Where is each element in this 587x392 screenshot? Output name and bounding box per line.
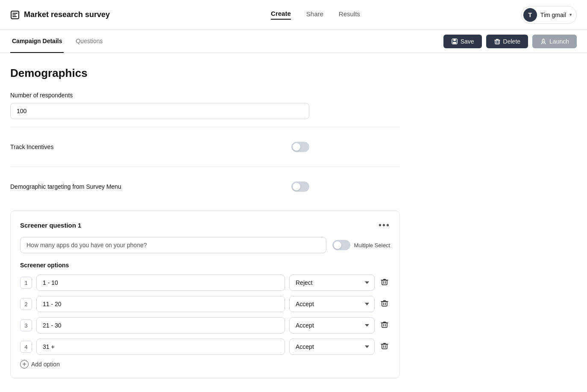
- svg-point-8: [543, 41, 544, 42]
- option-num-4: 4: [20, 341, 32, 353]
- more-options-icon[interactable]: •••: [379, 220, 390, 230]
- screener-options-title: Screener options: [20, 262, 390, 269]
- header: Market research survey Create Share Resu…: [0, 0, 587, 30]
- delete-option-1-button[interactable]: [379, 276, 390, 289]
- option-select-3[interactable]: Reject Accept Quota: [289, 317, 375, 333]
- nav-share[interactable]: Share: [306, 10, 323, 19]
- add-option-label: Add option: [31, 361, 60, 368]
- option-row-1: 1 Reject Accept Quota: [20, 275, 390, 291]
- screener-question-row: Multiple Select: [20, 237, 390, 253]
- multiple-select-thumb: [334, 241, 341, 249]
- user-menu[interactable]: T Tim gmail ▾: [521, 6, 577, 24]
- multiple-select-row: Multiple Select: [332, 240, 390, 250]
- track-incentives-row: Track Incentives: [10, 135, 309, 159]
- svg-rect-12: [382, 344, 387, 349]
- demographic-targeting-toggle[interactable]: [291, 181, 309, 192]
- demographic-targeting-thumb: [293, 183, 300, 190]
- section-title: Demographics: [10, 67, 400, 80]
- save-button[interactable]: Save: [443, 35, 482, 48]
- option-row-4: 4 Reject Accept Quota: [20, 339, 390, 355]
- sub-header: Campaign Details Questions Save Delete L…: [0, 30, 587, 53]
- screener-title: Screener question 1: [20, 222, 81, 229]
- save-icon: [451, 38, 458, 45]
- trash-icon-1: [381, 278, 388, 286]
- main-content: Demographics Number of respondents Track…: [0, 53, 410, 392]
- option-text-input-2[interactable]: [36, 296, 285, 312]
- launch-button[interactable]: Launch: [532, 35, 577, 48]
- option-num-3: 3: [20, 319, 32, 331]
- delete-option-2-button[interactable]: [379, 298, 390, 310]
- header-left: Market research survey: [10, 10, 110, 20]
- trash-icon: [494, 38, 501, 45]
- divider-2: [10, 167, 400, 167]
- svg-rect-10: [382, 301, 387, 306]
- tab-list: Campaign Details Questions: [10, 30, 115, 53]
- option-text-input-1[interactable]: [36, 275, 285, 291]
- demographic-targeting-label: Demographic targeting from Survey Menu: [10, 183, 121, 190]
- option-select-1[interactable]: Reject Accept Quota: [289, 275, 375, 291]
- track-incentives-thumb: [293, 143, 300, 151]
- svg-rect-7: [495, 40, 499, 44]
- option-text-input-3[interactable]: [36, 317, 285, 333]
- nav-results[interactable]: Results: [339, 10, 360, 19]
- respondents-input[interactable]: [10, 103, 309, 119]
- trash-icon-4: [381, 342, 388, 350]
- avatar: T: [523, 8, 537, 22]
- survey-icon: [10, 10, 20, 20]
- respondents-label: Number of respondents: [10, 92, 400, 99]
- screener-card: Screener question 1 ••• Multiple Select …: [10, 211, 400, 378]
- chevron-down-icon: ▾: [569, 12, 572, 18]
- option-text-input-4[interactable]: [36, 339, 285, 355]
- divider-1: [10, 127, 400, 127]
- option-select-4[interactable]: Reject Accept Quota: [289, 339, 375, 355]
- svg-rect-3: [12, 16, 17, 17]
- delete-option-3-button[interactable]: [379, 319, 390, 332]
- rocket-icon: [540, 38, 547, 45]
- option-num-1: 1: [20, 277, 32, 289]
- demographic-targeting-row: Demographic targeting from Survey Menu: [10, 175, 309, 199]
- action-buttons: Save Delete Launch: [443, 35, 577, 48]
- tab-campaign-details[interactable]: Campaign Details: [10, 30, 64, 53]
- multiple-select-toggle[interactable]: [332, 240, 350, 250]
- header-title: Market research survey: [24, 10, 110, 19]
- trash-icon-2: [381, 299, 388, 307]
- track-incentives-label: Track Incentives: [10, 143, 53, 150]
- track-incentives-toggle[interactable]: [291, 142, 309, 152]
- option-row-3: 3 Reject Accept Quota: [20, 317, 390, 333]
- add-option-row[interactable]: + Add option: [20, 360, 390, 369]
- screener-header: Screener question 1 •••: [20, 220, 390, 230]
- svg-rect-2: [12, 15, 16, 15]
- option-row-2: 2 Reject Accept Quota: [20, 296, 390, 312]
- multiple-select-label: Multiple Select: [354, 242, 390, 249]
- delete-option-4-button[interactable]: [379, 340, 390, 353]
- respondents-field: Number of respondents: [10, 92, 400, 119]
- nav-create[interactable]: Create: [271, 10, 291, 20]
- option-num-2: 2: [20, 298, 32, 310]
- tab-questions[interactable]: Questions: [74, 30, 104, 53]
- delete-button[interactable]: Delete: [486, 35, 528, 48]
- screener-question-input[interactable]: [20, 237, 326, 253]
- header-nav: Create Share Results: [271, 10, 360, 20]
- svg-rect-9: [382, 280, 387, 285]
- trash-icon-3: [381, 321, 388, 328]
- svg-rect-11: [382, 323, 387, 328]
- user-name: Tim gmail: [540, 12, 566, 18]
- svg-rect-6: [453, 42, 456, 44]
- svg-rect-1: [12, 13, 18, 14]
- svg-rect-5: [453, 39, 456, 41]
- option-select-2[interactable]: Reject Accept Quota: [289, 296, 375, 312]
- add-option-icon: +: [20, 360, 29, 369]
